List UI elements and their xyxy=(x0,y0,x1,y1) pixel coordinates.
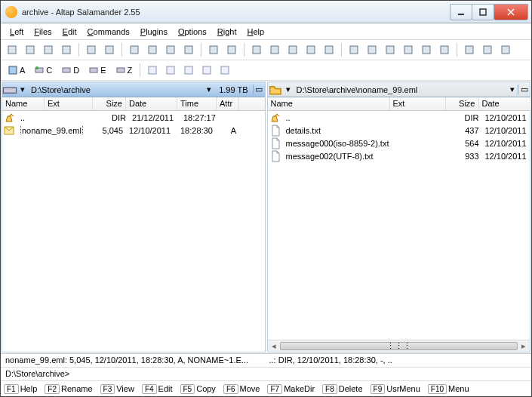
right-hscrollbar[interactable]: ◂ ⋮⋮⋮ ▸ xyxy=(268,340,530,352)
command-line[interactable]: D:\Store\archive> xyxy=(1,368,531,381)
menu-right[interactable]: Right xyxy=(213,26,241,38)
col-ext[interactable]: Ext xyxy=(390,97,446,110)
list-item[interactable]: message002(UTF-8).txt93312/10/201118:28:… xyxy=(268,149,530,162)
fkey-f6[interactable]: F6Move xyxy=(222,384,262,394)
right-panel-menu[interactable]: ▭ xyxy=(518,85,530,94)
scroll-thumb[interactable]: ⋮⋮⋮ xyxy=(280,342,518,350)
paste2-icon[interactable] xyxy=(180,42,197,58)
tool6-icon[interactable] xyxy=(364,42,380,58)
docs-icon[interactable] xyxy=(144,62,161,78)
col2-icon[interactable] xyxy=(479,42,496,58)
left-drive-dropdown[interactable]: ▾ xyxy=(17,85,28,94)
col-name[interactable]: Name xyxy=(2,97,45,110)
paste-icon[interactable] xyxy=(162,42,179,58)
tool3-icon[interactable] xyxy=(284,42,301,58)
tool4-icon[interactable] xyxy=(303,42,319,58)
fkey-f1[interactable]: F1Help xyxy=(2,384,38,394)
col-date[interactable]: Date xyxy=(126,97,177,110)
left-status: noname_99.eml: 5,045, 12/10/2011, 18:28:… xyxy=(5,355,263,365)
menu-files[interactable]: Files xyxy=(29,26,56,38)
dropdown-icon[interactable] xyxy=(436,42,453,58)
left-drive-button[interactable] xyxy=(2,82,17,97)
console-icon[interactable] xyxy=(418,42,435,58)
tool1-icon[interactable] xyxy=(248,42,265,58)
fkey-f10[interactable]: F10Menu xyxy=(426,384,471,394)
fkey-f7[interactable]: F7MakeDir xyxy=(266,384,316,394)
col-time[interactable]: Time xyxy=(177,97,217,110)
select-icon[interactable] xyxy=(83,42,100,58)
col-attr[interactable]: Attr xyxy=(217,97,239,110)
list-item[interactable]: details.txt43712/10/201118:28:3 xyxy=(268,124,530,137)
tool2-icon[interactable] xyxy=(266,42,283,58)
tool8-icon[interactable] xyxy=(400,42,417,58)
minimize-button[interactable] xyxy=(450,4,472,20)
list-item[interactable]: message000(iso-8859-2).txt56412/10/20111… xyxy=(268,137,530,149)
menu-edit[interactable]: Edit xyxy=(58,26,81,38)
drive-d[interactable]: D xyxy=(57,63,83,77)
svg-rect-11 xyxy=(149,46,156,54)
find-icon[interactable] xyxy=(346,42,362,58)
menu-left[interactable]: Left xyxy=(5,26,28,38)
svg-rect-22 xyxy=(368,46,376,54)
col-date[interactable]: Date xyxy=(479,97,530,110)
svg-rect-37 xyxy=(167,66,174,74)
left-path[interactable]: D:\Store\archive xyxy=(28,85,204,94)
col-name[interactable]: Name xyxy=(268,97,390,110)
col1-icon[interactable] xyxy=(461,42,478,58)
menu-plugins[interactable]: Plugins xyxy=(136,26,172,38)
scroll-left-icon[interactable]: ◂ xyxy=(268,340,280,352)
copy-icon[interactable] xyxy=(144,42,161,58)
col-size[interactable]: Size xyxy=(93,97,126,110)
nav-fwd2-icon[interactable] xyxy=(58,42,75,58)
right-path-dropdown[interactable]: ▾ xyxy=(507,85,518,94)
marquee-icon[interactable] xyxy=(101,42,118,58)
list-item[interactable]: noname_99.eml5,04512/10/201118:28:30A xyxy=(2,124,265,137)
right-file-list[interactable]: ..DIR12/10/201118:28:3details.txt43712/1… xyxy=(268,111,530,340)
right-drive-button[interactable] xyxy=(268,82,283,97)
drive-e[interactable]: E xyxy=(85,63,109,77)
menu-commands[interactable]: Commands xyxy=(83,26,134,38)
unpack-icon[interactable] xyxy=(223,42,240,58)
tool7-icon[interactable] xyxy=(382,42,398,58)
zip-icon[interactable] xyxy=(180,62,197,78)
drive-c[interactable]: C xyxy=(30,63,56,77)
col3-icon[interactable] xyxy=(497,42,514,58)
pack-icon[interactable] xyxy=(205,42,222,58)
nav-back-icon[interactable] xyxy=(22,42,38,58)
fkey-f5[interactable]: F5Copy xyxy=(179,384,217,394)
svg-rect-27 xyxy=(466,46,473,54)
menu-options[interactable]: Options xyxy=(174,26,211,38)
cut-icon[interactable] xyxy=(126,42,143,58)
scroll-right-icon[interactable]: ▸ xyxy=(518,340,530,352)
tool5-icon[interactable] xyxy=(321,42,337,58)
fkey-f3[interactable]: F3View xyxy=(99,384,136,394)
left-file-list[interactable]: ..DIR21/12/201118:27:17noname_99.eml5,04… xyxy=(2,111,265,352)
fkey-f8[interactable]: F8Delete xyxy=(321,384,364,394)
trash-icon[interactable] xyxy=(217,62,233,78)
col-size[interactable]: Size xyxy=(446,97,479,110)
parent-dir[interactable]: ..DIR21/12/201118:27:17 xyxy=(2,111,265,124)
fkey-f9[interactable]: F9UsrMenu xyxy=(369,384,422,394)
fkey-f4[interactable]: F4Edit xyxy=(140,384,174,394)
fkey-f2[interactable]: F2Rename xyxy=(43,384,94,394)
left-panel-menu[interactable]: ▭ xyxy=(253,85,265,94)
right-path[interactable]: D:\Store\archive\noname_99.eml xyxy=(294,85,508,94)
left-path-dropdown[interactable]: ▾ xyxy=(204,85,214,94)
close-button[interactable] xyxy=(494,4,528,20)
menu-help[interactable]: Help xyxy=(243,26,269,38)
svg-rect-40 xyxy=(221,66,229,74)
nav-fwd-icon[interactable] xyxy=(40,42,57,58)
right-drive-dropdown[interactable]: ▾ xyxy=(283,85,294,94)
drive-a[interactable]: A xyxy=(4,63,29,77)
parent-dir[interactable]: ..DIR12/10/201118:28:3 xyxy=(268,111,530,124)
right-panel: ▾ D:\Store\archive\noname_99.eml ▾ ▭ Nam… xyxy=(267,82,531,352)
folder-open-icon[interactable] xyxy=(4,42,20,58)
net-icon[interactable] xyxy=(162,62,179,78)
left-path-bar: ▾ D:\Store\archive ▾ 1.99 TB ▭ xyxy=(2,82,265,97)
drive-z[interactable]: Z xyxy=(112,63,137,77)
dev-icon[interactable] xyxy=(198,62,215,78)
svg-rect-6 xyxy=(45,46,52,54)
window-title: archive - Altap Salamander 2.55 xyxy=(22,8,451,17)
col-ext[interactable]: Ext xyxy=(45,97,93,110)
maximize-button[interactable] xyxy=(472,4,494,20)
